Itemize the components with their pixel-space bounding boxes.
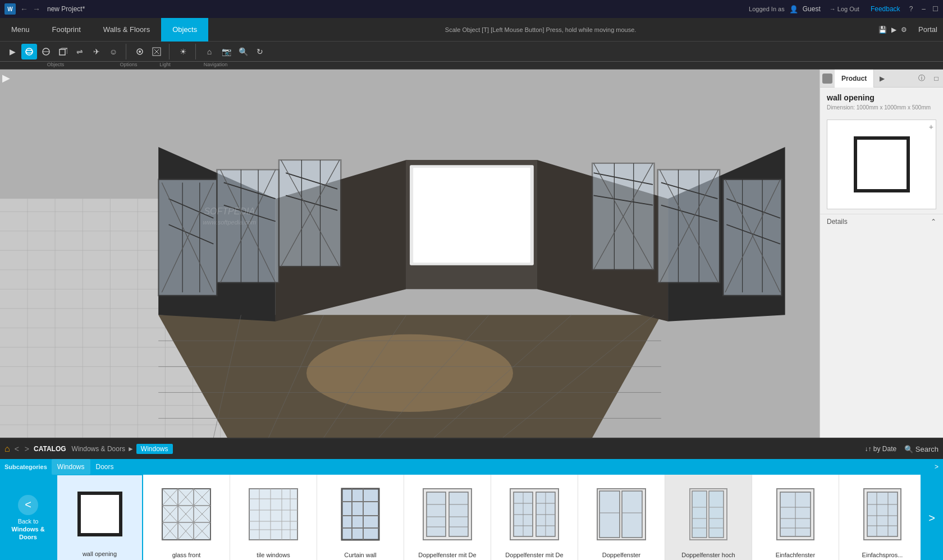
catalog-item-single-window[interactable]: Einfachfenster (752, 475, 839, 560)
label-light: Light (148, 62, 182, 67)
item-label-glass-front: glass front (171, 549, 202, 559)
maximize-button[interactable]: ☐ (932, 5, 939, 13)
main-area: SOFTPEDIAwww.softpedia.com ▶ Product ▶ ⓘ… (0, 70, 943, 438)
move-tool[interactable]: ⇌ (72, 44, 88, 59)
svg-rect-164 (709, 491, 724, 538)
item-label-curtain-wall: Curtain wall (343, 549, 377, 559)
sphere-tool[interactable] (38, 44, 54, 59)
feedback-button[interactable]: Feedback (871, 5, 900, 13)
logged-in-label: Logged In as (749, 6, 785, 12)
project-name: new Project* (47, 5, 85, 13)
catalog-item-tile-windows[interactable]: tile windows (230, 475, 317, 560)
item-img-curtain-wall (319, 479, 401, 549)
subcats-expand-icon[interactable]: > (935, 463, 939, 471)
light-tool[interactable]: ☀ (175, 44, 191, 59)
item-label-double-window-hoch: Doppelfenster hoch (680, 549, 736, 559)
username: Guest (803, 5, 821, 13)
item-img-wall-opening (59, 480, 140, 548)
catalog-item-double-window-hoch[interactable]: Doppelfenster hoch (665, 475, 752, 560)
options-tool-2[interactable] (149, 44, 164, 59)
toolbar: ▶ ⇌ ✈ ☺ ☀ ⌂ 📷 (0, 42, 943, 62)
item-img-single-window-2 (841, 479, 921, 549)
item-img-tile-windows (232, 479, 314, 549)
nav-undo[interactable]: ↻ (252, 44, 268, 59)
catalog-nav-next[interactable]: > (24, 444, 30, 453)
catalog-scroll-right[interactable]: > (921, 475, 943, 560)
icon-camera[interactable]: ▶ (891, 26, 896, 34)
catalog-header: ⌂ < > CATALOG Windows & Doors ► Windows … (0, 439, 943, 459)
panel-info-icon[interactable]: ⓘ (915, 72, 928, 85)
panel-details-toggle[interactable]: Details ⌃ (820, 214, 943, 229)
user-icon: 👤 (789, 5, 798, 13)
box-tool[interactable] (55, 44, 71, 59)
item-label-double-window-1: Doppelfenster mit De (417, 549, 477, 559)
catalog-item-glass-front[interactable]: glass front (143, 475, 230, 560)
svg-rect-4 (59, 49, 65, 55)
subcat-windows[interactable]: Windows (52, 459, 90, 475)
footprint-button[interactable]: Footprint (41, 18, 92, 42)
toolbar-wrapper: ▶ ⇌ ✈ ☺ ☀ ⌂ 📷 (0, 42, 943, 70)
catalog-item-single-window-2[interactable]: Einfachspros... (839, 475, 921, 560)
panel-tab-product[interactable]: Product (835, 70, 874, 88)
minimize-button[interactable]: – (922, 5, 926, 13)
svg-rect-131 (342, 489, 379, 540)
catalog-home-icon[interactable]: ⌂ (4, 444, 10, 454)
portal-button[interactable]: Portal (913, 18, 943, 42)
nav-forward[interactable]: → (33, 4, 40, 13)
icon-settings[interactable]: ⚙ (901, 26, 907, 34)
logout-button[interactable]: → Log Out (830, 6, 859, 12)
item-img-double-window-1 (406, 479, 488, 549)
main-nav: Menu Footprint Walls & Floors Objects Sc… (0, 18, 943, 42)
catalog-item-curtain-wall[interactable]: Curtain wall (317, 475, 404, 560)
walls-floors-button[interactable]: Walls & Floors (92, 18, 161, 42)
item-img-double-window-3 (580, 479, 662, 549)
svg-rect-178 (867, 492, 898, 536)
catalog-item-double-window-1[interactable]: Doppelfenster mit De (404, 475, 491, 560)
catalog-back-button[interactable]: < Back to Windows & Doors (0, 475, 56, 560)
svg-point-0 (26, 48, 33, 55)
item-img-double-window-hoch (667, 479, 749, 549)
right-icons: 💾 ▶ ⚙ (873, 26, 913, 34)
nav-home[interactable]: ⌂ (202, 44, 217, 59)
nav-search[interactable]: 🔍 (235, 44, 251, 59)
catalog-items: wall opening (56, 475, 921, 560)
label-options: Options (109, 62, 148, 67)
right-panel: Product ▶ ⓘ □ wall opening Dimension: 10… (820, 70, 943, 438)
panel-dimension: Dimension: 1000mm x 1000mm x 500mm (820, 104, 943, 115)
fly-tool[interactable]: ✈ (89, 44, 104, 59)
subcat-doors[interactable]: Doors (90, 459, 120, 475)
svg-point-46 (306, 334, 513, 412)
objects-button[interactable]: Objects (161, 18, 208, 42)
svg-rect-45 (413, 168, 530, 263)
details-collapse-icon: ⌃ (931, 218, 936, 226)
panel-tabs: Product ▶ ⓘ □ (820, 70, 943, 88)
svg-rect-158 (599, 491, 620, 538)
catalog-item-double-window-2[interactable]: Doppelfenster mit De (491, 475, 578, 560)
menu-button[interactable]: Menu (0, 18, 41, 42)
icon-save[interactable]: 💾 (878, 26, 887, 34)
preview-plus-icon[interactable]: + (929, 122, 933, 131)
toolbar-labels: Objects Options Light Navigation (0, 62, 943, 69)
label-objects: Objects (2, 62, 109, 67)
orbit-tool[interactable] (21, 44, 37, 59)
viewport[interactable]: SOFTPEDIAwww.softpedia.com ▶ (0, 70, 820, 438)
sort-button[interactable]: ↓↑ by Date (864, 445, 896, 453)
catalog-item-wall-opening[interactable]: wall opening (56, 475, 143, 560)
breadcrumb-windows-doors[interactable]: Windows & Doors (72, 445, 125, 453)
catalog-nav-prev[interactable]: < (13, 444, 20, 453)
options-tool-1[interactable] (132, 44, 148, 59)
svg-point-10 (139, 51, 141, 53)
catalog: ⌂ < > CATALOG Windows & Doors ► Windows … (0, 438, 943, 560)
item-label-single-window: Einfachfenster (775, 549, 816, 559)
catalog-item-double-window-3[interactable]: Doppelfenster (578, 475, 665, 560)
search-button[interactable]: 🔍 Search (904, 445, 939, 453)
panel-more-icon[interactable]: ▶ (875, 72, 889, 85)
cursor-tool[interactable]: ▶ (4, 44, 20, 59)
scene-svg (0, 70, 820, 438)
help-button[interactable]: ? (909, 5, 913, 13)
walk-tool[interactable]: ☺ (106, 44, 121, 59)
item-img-glass-front (145, 479, 227, 549)
panel-expand-icon[interactable]: □ (930, 72, 943, 85)
nav-camera[interactable]: 📷 (218, 44, 234, 59)
nav-back[interactable]: ← (20, 4, 28, 13)
